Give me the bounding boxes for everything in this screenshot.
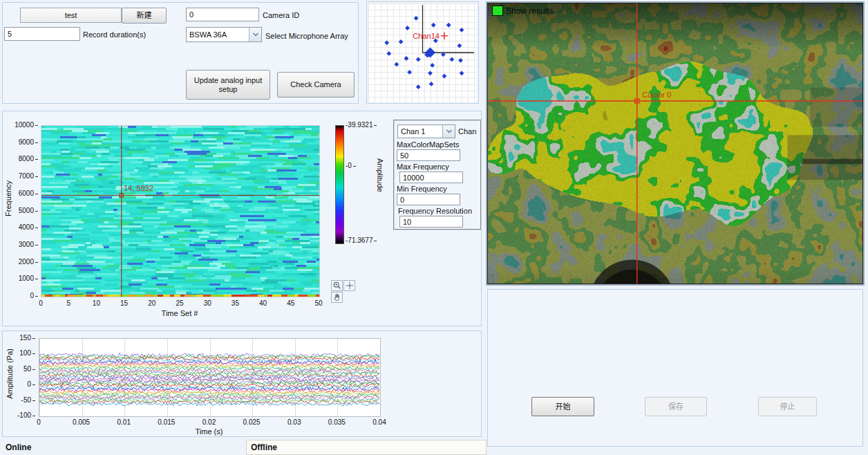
mic-point [442, 74, 447, 79]
setup-panel: test 新建 Record duration(s) Camera ID BSW… [2, 2, 359, 104]
waveform-panel: Amplitude (Pa) 150100500-50-100 00.0050.… [2, 331, 482, 437]
spec-y-tick-label: 10000 [15, 121, 34, 129]
spec-x-tick-label: 25 [168, 299, 191, 307]
offline-status-label: Offline [251, 443, 277, 452]
cursor-tool-icon[interactable] [343, 280, 355, 291]
channel-dropdown[interactable]: Chan 1 [397, 124, 455, 138]
mic-array-plot: Chan14 [368, 3, 477, 102]
chan14-label: Chan14 [413, 32, 440, 40]
action-panel: 开始 保存 停止 [487, 289, 863, 447]
mic-point [428, 71, 433, 75]
camera-id-label: Camera ID [263, 10, 299, 20]
colorbar-label: Amplitude [376, 158, 384, 192]
wave-x-tick-label: 0 [27, 418, 50, 426]
mic-point [386, 51, 391, 56]
spec-x-tick-label: 15 [113, 299, 136, 307]
spec-x-tick-label: 45 [279, 299, 303, 307]
update-analog-input-button[interactable]: Update analog input setup [186, 70, 270, 100]
spec-y-tick-label: 4000 [19, 223, 34, 232]
spec-y-tick-label: 6000 [19, 189, 34, 198]
record-duration-input[interactable] [4, 27, 80, 41]
camera-view-panel: Show results Cursor 0 [486, 1, 865, 286]
save-button[interactable]: 保存 [645, 397, 707, 416]
spec-x-tick-label: 20 [140, 299, 164, 307]
spec-y-tick-label: 8000 [19, 155, 34, 163]
spec-x-tick-label: 5 [57, 299, 80, 307]
spec-x-tick-label: 35 [223, 299, 247, 307]
wave-y-tick-label: 0 [27, 380, 31, 389]
max-frequency-label: Max Frequency [397, 162, 449, 171]
spectrogram-x-axis-label: Time Set # [41, 308, 319, 318]
mic-point [446, 23, 451, 28]
mic-array-label: Select Microphone Array [265, 31, 348, 41]
spec-x-tick-label: 40 [252, 299, 275, 307]
new-button[interactable]: 新建 [122, 8, 167, 24]
spectrogram-plot[interactable] [41, 125, 320, 297]
check-camera-button[interactable]: Check Camera [277, 72, 355, 98]
waveform-plot [39, 338, 381, 417]
max-colormap-label: MaxColorMapSets [397, 140, 459, 149]
mic-point [430, 63, 435, 68]
wave-x-tick-label: 0.015 [155, 418, 178, 426]
wave-x-tick-label: 0.04 [368, 418, 391, 426]
mic-point [460, 71, 464, 75]
mic-point [404, 56, 409, 61]
min-frequency-input[interactable] [397, 194, 460, 205]
wave-x-tick-label: 0.035 [325, 418, 348, 426]
spec-x-tick-label: 10 [84, 299, 108, 307]
mic-point [457, 44, 462, 48]
wave-x-tick-label: 0.02 [198, 418, 221, 426]
mic-point [416, 57, 421, 62]
show-results-label: Show results [506, 6, 554, 16]
mic-array-dropdown[interactable]: BSWA 36A [186, 27, 262, 42]
spectrogram-y-ticks: 0100020003000400050006000700080009000100… [8, 125, 38, 296]
analysis-controls-panel: Chan 1 Chan MaxColorMapSets Max Frequenc… [393, 120, 482, 230]
wave-x-tick-label: 0.01 [112, 418, 135, 426]
wave-x-tick-label: 0.005 [70, 418, 93, 426]
mic-point [429, 82, 434, 86]
show-results-checkbox[interactable] [492, 6, 503, 16]
waveform-x-axis-label: Time (s) [39, 427, 379, 436]
pan-tool-icon[interactable] [331, 292, 343, 303]
chevron-down-icon[interactable] [249, 28, 261, 41]
mic-array-panel: Chan14 [366, 1, 479, 104]
max-colormap-input[interactable] [397, 149, 460, 161]
max-frequency-input[interactable] [399, 171, 463, 183]
colorbar-min-tick: -71.3677 [346, 236, 372, 245]
camera-id-input[interactable] [186, 8, 259, 21]
spec-y-tick-label: 1000 [19, 275, 34, 283]
mic-point [384, 40, 389, 45]
spec-y-tick-label: 7000 [19, 172, 34, 180]
spectrogram-panel: Frequency 010002000300040005000600070008… [2, 111, 482, 326]
colorbar-max-tick: -39.9321 [346, 121, 372, 129]
amplitude-color-scale [335, 125, 344, 244]
wave-x-tick-label: 0.03 [283, 418, 306, 426]
waveform-y-ticks: 150100500-50-100 [9, 338, 35, 416]
test-name-field[interactable]: test [20, 8, 122, 23]
mic-point [431, 23, 436, 28]
frequency-resolution-input[interactable] [399, 216, 463, 228]
camera-acoustic-image[interactable] [488, 3, 862, 284]
min-frequency-label: Min Frequency [397, 185, 447, 193]
mic-plot-crosshair [423, 5, 475, 53]
test-name-value: test [65, 11, 77, 19]
wave-y-tick-label: 150 [19, 334, 31, 342]
zoom-tool-icon[interactable] [331, 280, 343, 291]
spec-y-tick-label: 2000 [19, 258, 34, 266]
mic-point [414, 16, 419, 21]
spectrogram-x-ticks: 05101520253035404550 [41, 298, 319, 307]
colorbar-mid-tick: -0 [346, 162, 352, 170]
camera-cursor-label: Cursor 0 [642, 91, 671, 99]
wave-x-tick-label: 0.025 [240, 418, 263, 426]
acoustic-camera-app: test 新建 Record duration(s) Camera ID BSW… [0, 0, 868, 455]
chan14-marker [441, 32, 448, 39]
waveform-x-ticks: 00.0050.010.0150.020.0250.030.0350.04 [39, 417, 379, 426]
chevron-down-icon[interactable] [442, 125, 455, 138]
offline-status-field: Offline [246, 440, 487, 455]
start-button[interactable]: 开始 [531, 397, 594, 416]
mic-point [405, 26, 410, 30]
mic-point [399, 39, 404, 44]
stop-button[interactable]: 停止 [758, 397, 817, 416]
wave-y-tick-label: 100 [19, 349, 31, 358]
frequency-resolution-label: Frequency Resolution [398, 207, 472, 215]
